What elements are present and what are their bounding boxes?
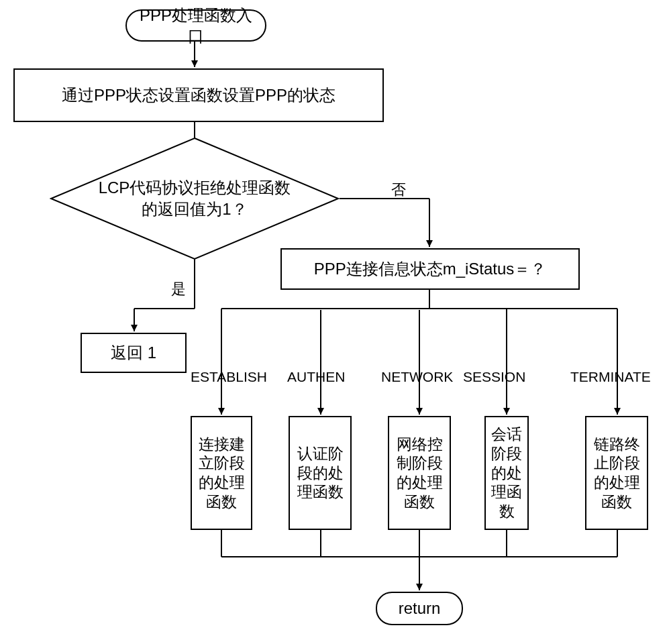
return-terminator: return <box>376 592 463 625</box>
branch1-box-label: 连接建 立阶段 的处理 函数 <box>199 435 245 512</box>
branch4-label: SESSION <box>463 369 525 385</box>
branch3-box: 网络控 制阶段 的处理 函数 <box>388 416 451 530</box>
branch4-box-label: 会话 阶段 的处 理函 数 <box>491 425 522 521</box>
decision-lcp: LCP代码协议拒绝处理函数 的返回值为1？ <box>50 137 340 260</box>
branch3-box-label: 网络控 制阶段 的处理 函数 <box>397 435 443 512</box>
step-set-state: 通过PPP状态设置函数设置PPP的状态 <box>13 68 384 122</box>
entry-label: PPP处理函数入口 <box>138 5 254 46</box>
branch2-box: 认证阶 段的处 理函数 <box>289 416 352 530</box>
branch2-box-label: 认证阶 段的处 理函数 <box>297 444 344 502</box>
branch5-box-label: 链路终 止阶段 的处理 函数 <box>594 435 640 512</box>
branch4-box: 会话 阶段 的处 理函 数 <box>484 416 529 530</box>
return-1: 返回 1 <box>81 333 187 373</box>
step-set-state-label: 通过PPP状态设置函数设置PPP的状态 <box>62 85 336 105</box>
branch3-label: NETWORK <box>381 369 453 385</box>
no-label: 否 <box>391 180 406 200</box>
branch1-box: 连接建 立阶段 的处理 函数 <box>191 416 252 530</box>
return-label: return <box>399 598 441 619</box>
decision-status: PPP连接信息状态m_iStatus＝？ <box>280 248 580 290</box>
decision-lcp-label: LCP代码协议拒绝处理函数 的返回值为1？ <box>99 177 291 221</box>
decision-status-label: PPP连接信息状态m_iStatus＝？ <box>314 258 547 279</box>
branch1-label: ESTABLISH <box>191 369 267 385</box>
branch5-label: TERMINATE <box>570 369 651 385</box>
return-1-label: 返回 1 <box>111 342 156 363</box>
branch2-label: AUTHEN <box>287 369 345 385</box>
branch5-box: 链路终 止阶段 的处理 函数 <box>585 416 648 530</box>
yes-label: 是 <box>171 279 186 299</box>
entry-terminator: PPP处理函数入口 <box>125 9 266 42</box>
